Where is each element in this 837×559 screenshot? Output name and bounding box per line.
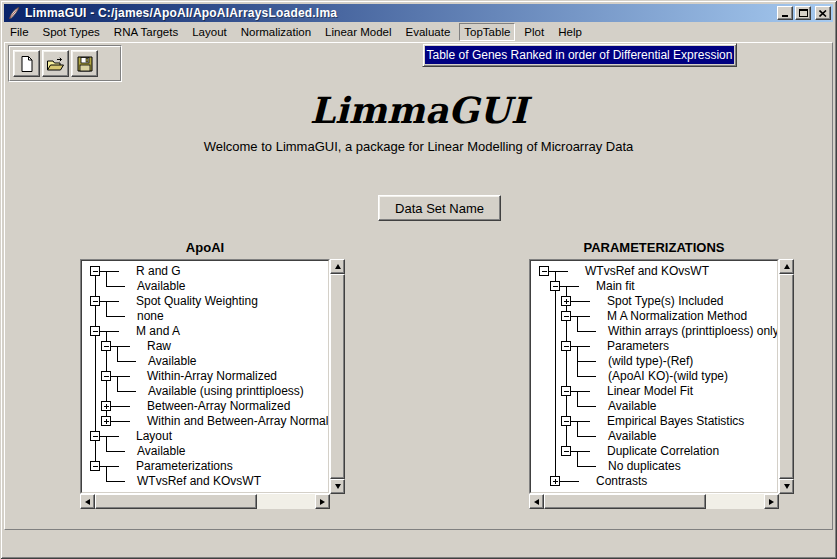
save-floppy-icon [76, 55, 94, 73]
right-arrow-icon [320, 499, 325, 505]
save-file-button[interactable] [71, 50, 98, 77]
menu-item-plot[interactable]: Plot [519, 23, 549, 41]
right-arrow-icon [769, 499, 774, 505]
tree-node-label[interactable]: WTvsRef and KOvsWT [585, 264, 710, 278]
left-arrow-icon [85, 499, 90, 505]
tree-node-label[interactable]: Raw [147, 339, 171, 353]
dataset-tree-canvas[interactable]: R and GAvailableSpot Quality Weightingno… [81, 260, 329, 493]
horizontal-scrollbar-thumb[interactable] [95, 494, 257, 509]
toptable-dropdown-menu: Table of Genes Ranked in order of Differ… [422, 43, 737, 67]
right-tree-heading: PARAMETERIZATIONS [529, 240, 779, 255]
scrollbar-trough[interactable] [706, 494, 764, 509]
tree-node-label[interactable]: Available [148, 354, 197, 368]
tree-node-label[interactable]: Within-Array Normalized [147, 369, 277, 383]
tree-node-label[interactable]: Available (using printtiploess) [148, 384, 304, 398]
tree-node-label[interactable]: M A Normalization Method [607, 309, 747, 323]
tree-node-label[interactable]: Available [137, 444, 186, 458]
tree-node-label[interactable]: Between-Array Normalized [147, 399, 290, 413]
tree-node-label[interactable]: Duplicate Correlation [607, 444, 719, 458]
close-button[interactable] [815, 6, 831, 20]
scroll-left-button[interactable] [529, 494, 544, 509]
window-title: LimmaGUI - C:/james/ApoAI/ApoAIArraysLoa… [25, 6, 777, 20]
up-arrow-icon [784, 264, 790, 269]
tree-node-label[interactable]: Within arrays (printtiploess) only [608, 324, 777, 338]
tree-node-label[interactable]: Available [608, 429, 657, 443]
tree-node-label[interactable]: Spot Quality Weighting [136, 294, 258, 308]
horizontal-scrollbar[interactable] [529, 494, 779, 509]
maximize-button[interactable] [795, 6, 811, 20]
tree-node-label[interactable]: Contrasts [596, 474, 647, 488]
close-icon [819, 10, 827, 17]
menu-item-rna-targets[interactable]: RNA Targets [109, 23, 183, 41]
tree-node-label[interactable]: M and A [136, 324, 180, 338]
data-set-name-button[interactable]: Data Set Name [378, 195, 501, 221]
down-arrow-icon [335, 484, 341, 489]
toolbar [8, 45, 122, 82]
tree-node-label[interactable]: Empirical Bayes Statistics [607, 414, 744, 428]
scroll-down-button[interactable] [779, 479, 794, 494]
scroll-up-button[interactable] [330, 259, 345, 274]
maximize-icon [799, 9, 808, 17]
dataset-tree-widget: R and GAvailableSpot Quality Weightingno… [80, 259, 345, 509]
main-frame: LimmaGUI Welcome to LimmaGUI, a package … [4, 42, 833, 530]
new-file-button[interactable] [13, 50, 40, 77]
tree-node-label[interactable]: No duplicates [608, 459, 681, 473]
new-document-icon [18, 55, 36, 73]
tree-node-label[interactable]: Available [137, 279, 186, 293]
minimize-button[interactable] [777, 6, 793, 20]
scroll-left-button[interactable] [80, 494, 95, 509]
menu-item-file[interactable]: File [5, 23, 34, 41]
scrollbar-trough[interactable] [257, 494, 315, 509]
parameterizations-tree-widget: WTvsRef and KOvsWTMain fitSpot Type(s) I… [529, 259, 794, 509]
tree-node-label[interactable]: WTvsRef and KOvsWT [137, 474, 262, 488]
menu-item-help[interactable]: Help [553, 23, 587, 41]
tree-node-label[interactable]: R and G [136, 264, 181, 278]
tree-node-label[interactable]: Available [608, 399, 657, 413]
parameterizations-tree-canvas[interactable]: WTvsRef and KOvsWTMain fitSpot Type(s) I… [530, 260, 778, 493]
tree-canvas-border: WTvsRef and KOvsWTMain fitSpot Type(s) I… [529, 259, 779, 494]
tree-node-label[interactable]: Main fit [596, 279, 635, 293]
menu-item-linear-model[interactable]: Linear Model [320, 23, 396, 41]
vertical-scrollbar-thumb[interactable] [779, 274, 794, 479]
tree-node-label[interactable]: Within and Between-Array Normalized [147, 414, 328, 428]
minimize-icon [782, 15, 788, 17]
scroll-right-button[interactable] [764, 494, 779, 509]
tree-node-label[interactable]: none [137, 309, 164, 323]
title-bar[interactable]: LimmaGUI - C:/james/ApoAI/ApoAIArraysLoa… [4, 4, 833, 22]
tree-canvas-border: R and GAvailableSpot Quality Weightingno… [80, 259, 330, 494]
left-tree-heading: ApoAI [80, 240, 330, 255]
menu-item-toptable[interactable]: TopTable [459, 23, 515, 41]
tree-node-label[interactable]: Parameters [607, 339, 669, 353]
toolbar-inner [9, 46, 121, 81]
vertical-scrollbar[interactable] [330, 259, 345, 494]
menu-item-table-of-genes[interactable]: Table of Genes Ranked in order of Differ… [425, 46, 734, 64]
scroll-right-button[interactable] [315, 494, 330, 509]
menu-item-spot-types[interactable]: Spot Types [38, 23, 105, 41]
scroll-down-button[interactable] [330, 479, 345, 494]
tree-node-label[interactable]: Spot Type(s) Included [607, 294, 724, 308]
open-folder-icon [46, 55, 65, 73]
open-file-button[interactable] [42, 50, 69, 77]
up-arrow-icon [335, 264, 341, 269]
tree-node-label[interactable]: (wild type)-(Ref) [608, 354, 693, 368]
menu-item-normalization[interactable]: Normalization [236, 23, 316, 41]
vertical-scrollbar[interactable] [779, 259, 794, 494]
tree-node-label[interactable]: Linear Model Fit [607, 384, 694, 398]
vertical-scrollbar-thumb[interactable] [330, 274, 345, 479]
down-arrow-icon [784, 484, 790, 489]
page-subtitle: Welcome to LimmaGUI, a package for Linea… [5, 139, 832, 154]
dataset-tree[interactable]: R and GAvailableSpot Quality Weightingno… [82, 261, 328, 492]
horizontal-scrollbar-thumb[interactable] [544, 494, 706, 509]
tree-node-label[interactable]: (ApoAI KO)-(wild type) [608, 369, 728, 383]
menu-item-layout[interactable]: Layout [187, 23, 232, 41]
tree-node-label[interactable]: Parameterizations [136, 459, 233, 473]
parameterizations-tree[interactable]: WTvsRef and KOvsWTMain fitSpot Type(s) I… [531, 261, 777, 492]
limmagui-window: LimmaGUI - C:/james/ApoAI/ApoAIArraysLoa… [0, 0, 837, 559]
scroll-up-button[interactable] [779, 259, 794, 274]
menu-item-evaluate[interactable]: Evaluate [401, 23, 456, 41]
page-title: LimmaGUI [5, 89, 832, 131]
tree-node-label[interactable]: Layout [136, 429, 173, 443]
left-arrow-icon [534, 499, 539, 505]
horizontal-scrollbar[interactable] [80, 494, 330, 509]
feather-icon [7, 6, 21, 20]
